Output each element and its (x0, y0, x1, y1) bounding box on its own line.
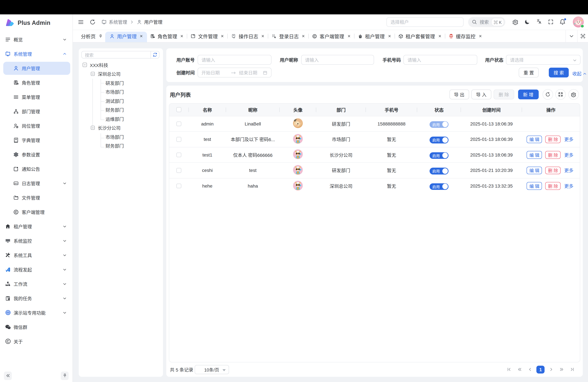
svg-text:文: 文 (537, 19, 540, 22)
svg-text:redis: redis (450, 38, 452, 39)
svg-text:DEV: DEV (14, 183, 18, 184)
